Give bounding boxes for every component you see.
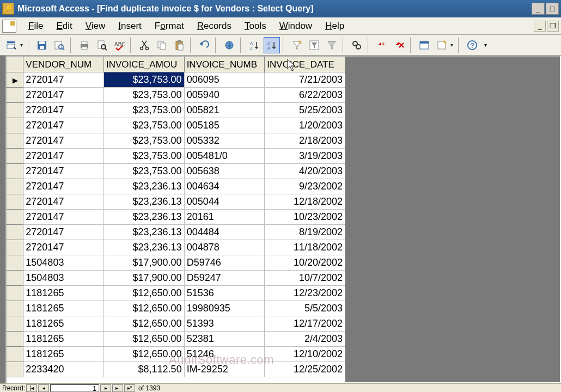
cell-invoice-amount[interactable]: $12,650.00 [103, 332, 184, 347]
row-selector[interactable] [7, 271, 23, 286]
cell-invoice-amount[interactable]: $23,236.13 [103, 179, 184, 194]
minimize-button[interactable]: _ [532, 3, 545, 15]
cell-invoice-number[interactable]: 005044 [184, 194, 265, 210]
menu-file[interactable]: File [22, 19, 50, 34]
maximize-button[interactable]: □ [546, 3, 559, 15]
datasheet[interactable]: VENDOR_NUM INVOICE_AMOU INVOICE_NUMB INV… [7, 57, 345, 382]
cell-vendor-num[interactable]: 2720147 [23, 164, 104, 179]
cell-invoice-number[interactable]: 19980935 [184, 301, 265, 316]
cell-invoice-amount[interactable]: $23,753.00 [103, 118, 184, 133]
cell-invoice-amount[interactable]: $23,236.13 [103, 240, 184, 255]
cell-vendor-num[interactable]: 2720147 [23, 240, 104, 255]
cell-invoice-amount[interactable]: $12,650.00 [103, 316, 184, 332]
row-selector[interactable] [7, 301, 23, 316]
cell-invoice-amount[interactable]: $23,753.00 [103, 103, 184, 118]
cell-vendor-num[interactable]: 2233420 [23, 362, 104, 377]
cell-invoice-date[interactable]: 10/20/2002 [265, 255, 345, 271]
cell-invoice-date[interactable]: 10/7/2002 [265, 271, 345, 286]
cell-invoice-date[interactable]: 4/20/2003 [265, 164, 345, 179]
cell-invoice-number[interactable]: 005940 [184, 88, 265, 103]
cell-invoice-amount[interactable]: $12,650.00 [103, 347, 184, 362]
table-row[interactable]: 1504803$17,900.00D5974610/20/2002 [7, 255, 345, 271]
cell-invoice-date[interactable]: 2/4/2003 [265, 332, 345, 347]
nav-prev-button[interactable]: ◂ [38, 384, 49, 392]
table-row[interactable]: 2720147$23,236.1300504412/18/2002 [7, 194, 345, 210]
toolbar-options-button[interactable]: ▾ [481, 37, 489, 53]
row-selector[interactable] [7, 255, 23, 271]
table-row[interactable]: 1504803$17,900.00D5924710/7/2002 [7, 271, 345, 286]
cell-invoice-number[interactable]: 51246 [184, 347, 265, 362]
save-button[interactable] [34, 37, 50, 53]
new-object-button[interactable] [434, 37, 455, 53]
cell-invoice-amount[interactable]: $17,900.00 [103, 271, 184, 286]
row-selector[interactable] [7, 179, 23, 194]
table-row[interactable]: 1181265$12,650.005153612/23/2002 [7, 286, 345, 301]
menu-window[interactable]: Window [273, 19, 319, 34]
table-row[interactable]: 2720147$23,236.130044848/19/2002 [7, 225, 345, 240]
cell-invoice-date[interactable]: 11/18/2002 [265, 240, 345, 255]
cell-invoice-number[interactable]: 004634 [184, 179, 265, 194]
cell-invoice-number[interactable]: 005821 [184, 103, 265, 118]
menu-edit[interactable]: Edit [50, 19, 78, 34]
help-button[interactable]: ? [464, 37, 480, 53]
menu-format[interactable]: Format [148, 19, 191, 34]
cell-invoice-date[interactable]: 5/5/2003 [265, 301, 345, 316]
cell-invoice-date[interactable]: 5/25/2003 [265, 103, 345, 118]
cell-vendor-num[interactable]: 2720147 [23, 149, 104, 164]
row-selector[interactable] [7, 133, 23, 149]
nav-next-button[interactable]: ▸ [100, 384, 111, 392]
cell-vendor-num[interactable]: 1181265 [23, 301, 104, 316]
table-row[interactable]: 1181265$12,650.005124612/10/2002 [7, 347, 345, 362]
filter-by-form-button[interactable] [306, 37, 322, 53]
row-selector[interactable] [7, 347, 23, 362]
table-row[interactable]: 2720147$23,753.000053322/18/2003 [7, 133, 345, 149]
cell-invoice-date[interactable]: 12/25/2002 [265, 362, 345, 377]
nav-new-button[interactable]: ▸* [124, 384, 135, 392]
cell-invoice-amount[interactable]: $23,753.00 [103, 88, 184, 103]
col-header-vendor-num[interactable]: VENDOR_NUM [23, 57, 104, 72]
cell-invoice-amount[interactable]: $12,650.00 [103, 301, 184, 316]
menu-view[interactable]: View [79, 19, 112, 34]
cell-invoice-number[interactable]: 004878 [184, 240, 265, 255]
cell-invoice-number[interactable]: 006095 [184, 72, 265, 88]
table-row[interactable]: 2720147$23,236.132016110/23/2002 [7, 210, 345, 225]
cell-invoice-number[interactable]: 51536 [184, 286, 265, 301]
table-row[interactable]: 1181265$12,650.00523812/4/2003 [7, 332, 345, 347]
mdi-minimize-button[interactable]: _ [534, 21, 546, 32]
spelling-button[interactable]: ABC [111, 37, 127, 53]
cell-invoice-number[interactable]: 005332 [184, 133, 265, 149]
document-icon[interactable] [2, 20, 16, 33]
cell-invoice-date[interactable]: 6/22/2003 [265, 88, 345, 103]
mdi-restore-button[interactable]: ❐ [547, 21, 559, 32]
cell-invoice-number[interactable]: D59247 [184, 271, 265, 286]
menu-records[interactable]: Records [191, 19, 238, 34]
cell-invoice-amount[interactable]: $23,236.13 [103, 210, 184, 225]
cell-vendor-num[interactable]: 1181265 [23, 347, 104, 362]
row-selector[interactable] [7, 103, 23, 118]
paste-button[interactable] [171, 37, 187, 53]
database-window-button[interactable] [416, 37, 432, 53]
print-preview-button[interactable] [94, 37, 110, 53]
row-selector[interactable] [7, 332, 23, 347]
row-selector[interactable] [7, 164, 23, 179]
cell-vendor-num[interactable]: 2720147 [23, 225, 104, 240]
cell-invoice-amount[interactable]: $17,900.00 [103, 255, 184, 271]
cell-vendor-num[interactable]: 2720147 [23, 88, 104, 103]
cell-vendor-num[interactable]: 2720147 [23, 118, 104, 133]
cell-invoice-date[interactable]: 10/23/2002 [265, 210, 345, 225]
cell-invoice-amount[interactable]: $23,236.13 [103, 225, 184, 240]
row-selector[interactable] [7, 72, 23, 88]
row-selector[interactable] [7, 240, 23, 255]
cell-invoice-amount[interactable]: $23,753.00 [103, 133, 184, 149]
cell-vendor-num[interactable]: 1181265 [23, 316, 104, 332]
record-number-input[interactable]: 1 [50, 384, 99, 392]
row-selector[interactable] [7, 88, 23, 103]
cell-invoice-date[interactable]: 8/19/2002 [265, 225, 345, 240]
row-selector[interactable] [7, 118, 23, 133]
cell-invoice-number[interactable]: 51393 [184, 316, 265, 332]
cell-invoice-date[interactable]: 12/18/2002 [265, 194, 345, 210]
sort-desc-button[interactable]: ZA [264, 37, 280, 53]
select-all-button[interactable] [7, 57, 23, 72]
delete-record-button[interactable] [391, 37, 407, 53]
table-row[interactable]: 2720147$23,236.1300487811/18/2002 [7, 240, 345, 255]
